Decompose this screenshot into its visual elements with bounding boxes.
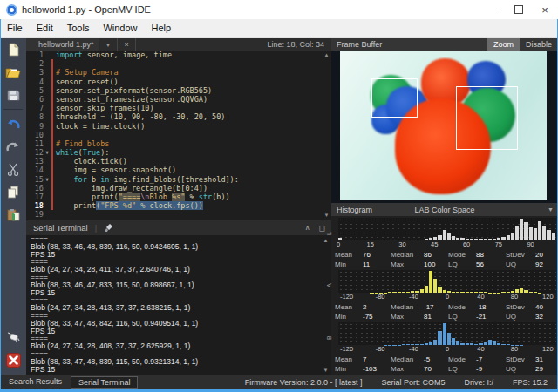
status-tab-serial-terminal[interactable]: Serial Terminal (71, 376, 138, 389)
tab-helloworld[interactable]: helloworld 1.py* (26, 38, 99, 51)
connect-button[interactable] (0, 326, 26, 348)
fold-chevron-icon[interactable]: ▼ (44, 175, 51, 184)
status-tab-search-results[interactable]: Search Results (2, 376, 69, 389)
window-title: helloworld 1.py - OpenMV IDE (22, 4, 151, 15)
maximize-icon (514, 5, 523, 14)
serial-terminal-header: Serial Terminal | ∧ ◻ (26, 220, 331, 235)
window-border-left (0, 19, 1, 392)
histogram-plot (338, 322, 556, 345)
colorspace-select[interactable]: LAB Color Space (414, 206, 474, 214)
terminal-line: Blob (24, 27, 34, 28, 411, 37, 37, 2.640… (31, 266, 331, 274)
terminal-line: Blob (88, 33, 46, 47, 833, 115, 50, 0.89… (31, 281, 331, 289)
clear-terminal-button[interactable] (104, 223, 114, 233)
redo-icon (6, 141, 20, 152)
close-button[interactable]: × (532, 0, 558, 19)
menu-file[interactable]: File (0, 19, 30, 37)
histogram-plot (338, 218, 556, 240)
code-line: 13 clock.tick() (26, 157, 331, 166)
terminal-line: FPS 15 (31, 366, 331, 374)
zoom-button[interactable]: Zoom (487, 38, 520, 51)
disable-button[interactable]: Disable (520, 38, 558, 51)
save-button[interactable] (0, 84, 26, 106)
code-editor[interactable]: 1import sensor, image, time23# Setup Cam… (26, 51, 331, 220)
drive: Drive: I:/ (464, 378, 493, 387)
paste-button[interactable] (0, 203, 26, 226)
terminal-line: Blob (24, 27, 34, 28, 413, 37, 37, 2.638… (31, 304, 331, 312)
histogram-channel-b: B-120-80-4004080120Mean7Median-5Mode-7St… (331, 322, 558, 375)
toolbar-separator (3, 109, 23, 110)
code-line: 4sensor.reset() (26, 78, 331, 86)
tab-dropdown-caret-icon[interactable]: ▼ (99, 42, 118, 48)
statusbar: Search ResultsSerial Terminal Firmware V… (0, 375, 558, 389)
menubar: FileEditToolsWindowHelp (0, 19, 558, 38)
new-file-icon (7, 43, 20, 57)
tab-close-icon[interactable]: × (117, 38, 135, 51)
serial-port: Serial Port: COM5 (381, 378, 445, 387)
openmv-logo-icon (6, 4, 17, 16)
terminal-line: Blob (24, 27, 34, 28, 408, 37, 37, 2.625… (31, 342, 331, 350)
code-line: 14 img = sensor.snapshot() (26, 166, 331, 174)
cut-button[interactable] (0, 158, 26, 180)
terminal-line: FPS 15 (31, 289, 331, 297)
new-file-button[interactable] (0, 38, 26, 61)
stop-icon (6, 353, 21, 368)
code-line: 12▼while(True): (26, 148, 331, 157)
maximize-terminal-icon[interactable]: ◻ (319, 224, 325, 233)
minimize-icon (488, 10, 497, 10)
terminal-line: Blob (88, 33, 47, 48, 842, 116, 50, 0.94… (31, 320, 331, 328)
paste-icon (7, 208, 20, 221)
clear-terminal-icon (104, 223, 114, 233)
terminal-line: FPS 15 (31, 328, 331, 335)
close-icon: × (541, 3, 548, 17)
open-file-button[interactable] (0, 61, 26, 84)
code-line: 5sensor.set_pixformat(sensor.RGB565) (26, 86, 331, 95)
frame-buffer-panel: Frame Buffer Zoom Disable (331, 38, 558, 375)
frame-buffer-stage (331, 51, 558, 203)
fold-chevron-icon[interactable]: ▼ (44, 148, 51, 157)
line-col-indicator: Line: 18, Col: 34 (267, 40, 331, 49)
code-line: 10 (26, 131, 331, 139)
copy-button[interactable] (0, 180, 26, 203)
maximize-button[interactable] (506, 0, 532, 19)
menu-tools[interactable]: Tools (60, 19, 97, 37)
undo-button[interactable] (0, 112, 26, 135)
menu-window[interactable]: Window (96, 19, 144, 37)
firmware-version: Firmware Version: 2.0.0 - [ latest ] (245, 378, 363, 387)
terminal-lines: ====Blob (88, 33, 46, 48, 839, 116, 50, … (31, 235, 331, 373)
connect-plug-icon (6, 331, 20, 344)
terminal-scroll-up-icon[interactable]: ▲ (322, 237, 330, 244)
code-line: 19 (26, 210, 331, 219)
histogram-title: Histogram (331, 206, 372, 214)
serial-terminal-output[interactable]: ====Blob (88, 33, 46, 48, 839, 116, 50, … (26, 235, 331, 375)
histogram-plot (338, 270, 556, 293)
blob-rectangle (456, 86, 518, 150)
histogram-area: L0153045607590Mean76Median86Mode88StDev2… (331, 216, 558, 375)
editor-scroll-up-icon[interactable]: ▲ (323, 51, 330, 58)
terminal-scroll-down-icon[interactable]: ▼ (322, 367, 330, 374)
code-line: 17 print("====\nBlob %s" % str(b)) (26, 193, 331, 201)
collapse-terminal-icon[interactable]: ∧ (305, 224, 310, 233)
code-line: 3# Setup Camera (26, 68, 331, 77)
editor-scroll-down-icon[interactable]: ▼ (323, 212, 330, 219)
open-folder-icon (5, 66, 21, 79)
minimize-button[interactable] (480, 0, 506, 19)
tab-label: helloworld 1.py* (38, 40, 94, 49)
camera-frame-image[interactable] (340, 51, 547, 200)
code-line: 16 img.draw_rectangle(b[0:4]) (26, 184, 331, 193)
code-line: 6sensor.set_framesize(sensor.QQVGA) (26, 95, 331, 104)
code-line: 7sensor.skip_frames(10) (26, 104, 331, 112)
menu-help[interactable]: Help (145, 19, 179, 37)
blob-rectangle (371, 78, 418, 118)
stop-button[interactable] (0, 348, 26, 371)
undo-icon (6, 118, 20, 130)
frame-buffer-header: Frame Buffer Zoom Disable (331, 38, 558, 51)
terminal-line: FPS 15 (31, 251, 331, 259)
header-separator: | (95, 223, 97, 233)
menu-edit[interactable]: Edit (30, 19, 60, 37)
cut-icon (7, 163, 19, 176)
frame-buffer-title: Frame Buffer (331, 40, 382, 49)
code-line: 18 print("FPS %d" % clock.fps()) (26, 201, 331, 210)
status-tabs: Search ResultsSerial Terminal (0, 376, 138, 389)
serial-terminal-title: Serial Terminal (26, 223, 95, 233)
redo-button[interactable] (0, 135, 26, 158)
